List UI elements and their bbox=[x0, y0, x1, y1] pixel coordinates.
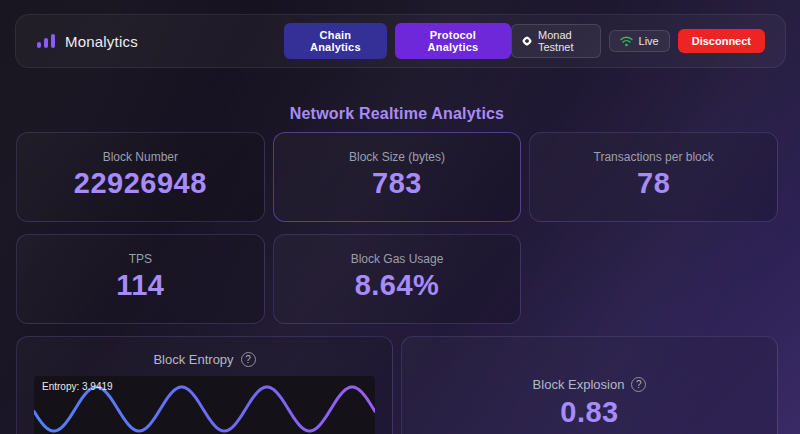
block-explosion-title: Block Explosion bbox=[533, 377, 625, 392]
stat-card-block-number: Block Number 22926948 bbox=[16, 132, 265, 222]
stat-card-tps: TPS 114 bbox=[16, 234, 265, 324]
live-badge-label: Live bbox=[639, 35, 659, 47]
stat-value: 8.64% bbox=[355, 269, 440, 302]
wifi-icon bbox=[620, 36, 633, 47]
block-explosion-panel: Block Explosion ? 0.83 bbox=[401, 336, 778, 434]
bar-chart-icon bbox=[36, 31, 56, 51]
stat-value: 783 bbox=[372, 167, 422, 200]
block-explosion-value: 0.83 bbox=[560, 396, 618, 429]
stat-card-block-size: Block Size (bytes) 783 bbox=[273, 132, 522, 222]
block-entropy-title-row: Block Entropy ? bbox=[34, 352, 375, 367]
help-icon[interactable]: ? bbox=[631, 377, 646, 392]
network-badge[interactable]: Monad Testnet bbox=[511, 24, 601, 58]
stat-card-transactions-per-block: Transactions per block 78 bbox=[529, 132, 778, 222]
stat-value: 22926948 bbox=[74, 167, 207, 200]
stat-label: Transactions per block bbox=[594, 150, 714, 164]
navbar: Monalytics Chain Analytics Protocol Anal… bbox=[15, 14, 786, 68]
stats-row-1: Block Number 22926948 Block Size (bytes)… bbox=[16, 132, 778, 222]
entropy-chart: Entropy: 3.9419 bbox=[34, 376, 375, 434]
stat-label: TPS bbox=[129, 252, 152, 266]
stat-label: Block Size (bytes) bbox=[349, 150, 445, 164]
brand[interactable]: Monalytics bbox=[36, 31, 138, 51]
main-nav: Chain Analytics Protocol Analytics bbox=[284, 23, 511, 59]
help-icon[interactable]: ? bbox=[241, 352, 256, 367]
page-title: Network Realtime Analytics bbox=[16, 105, 778, 123]
block-explosion-title-row: Block Explosion ? bbox=[533, 377, 647, 392]
entropy-annotation: Entropy: 3.9419 bbox=[42, 381, 113, 392]
network-badge-label: Monad Testnet bbox=[538, 29, 590, 53]
diamond-icon bbox=[522, 34, 532, 48]
stat-label: Block Gas Usage bbox=[351, 252, 444, 266]
block-entropy-panel: Block Entropy ? Entropy: 3.9419 bbox=[16, 336, 393, 434]
stat-card-block-gas-usage: Block Gas Usage 8.64% bbox=[273, 234, 522, 324]
brand-name: Monalytics bbox=[65, 33, 138, 50]
stat-value: 114 bbox=[116, 269, 164, 302]
stat-label: Block Number bbox=[103, 150, 178, 164]
panels-row: Block Entropy ? Entropy: 3.9419 bbox=[16, 336, 778, 434]
stats-row-2: TPS 114 Block Gas Usage 8.64% bbox=[16, 234, 778, 324]
stat-value: 78 bbox=[637, 167, 670, 200]
protocol-analytics-button[interactable]: Protocol Analytics bbox=[395, 23, 511, 59]
chain-analytics-button[interactable]: Chain Analytics bbox=[284, 23, 387, 59]
live-badge: Live bbox=[609, 30, 670, 52]
main-content: Network Realtime Analytics Block Number … bbox=[0, 105, 800, 434]
navbar-right: Monad Testnet Live Disconnect bbox=[511, 24, 765, 58]
block-entropy-title: Block Entropy bbox=[153, 352, 233, 367]
disconnect-button[interactable]: Disconnect bbox=[678, 29, 765, 53]
